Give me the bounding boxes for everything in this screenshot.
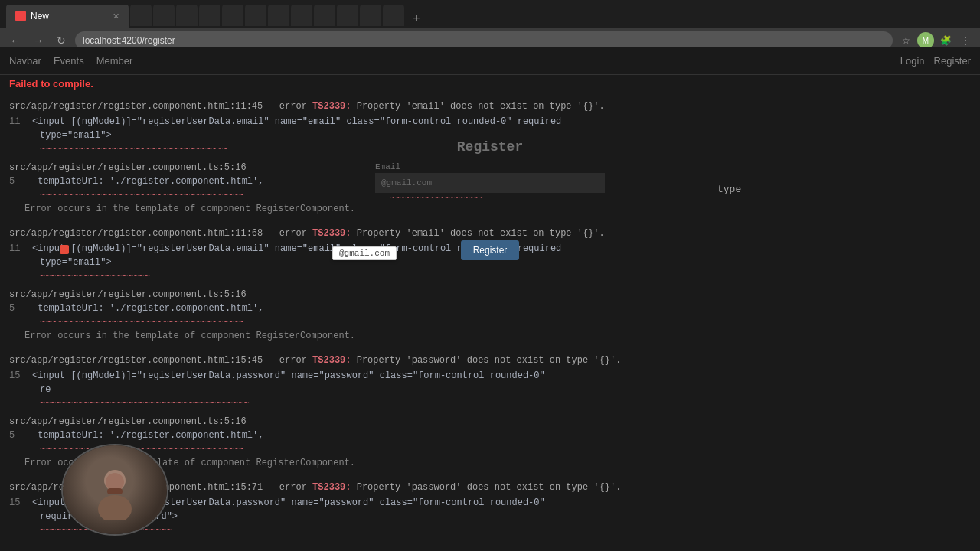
code-line-1: 11 <input [(ngModel)]="registerUserData.… [9, 115, 971, 129]
svg-point-1 [98, 495, 132, 520]
bookmark-icon[interactable]: ☆ [897, 32, 914, 49]
app-nav-right: Login Register [900, 55, 971, 67]
nav-link-member[interactable]: Member [96, 55, 133, 67]
main-content: Navbar Events Member Login Register Fail… [0, 47, 980, 551]
browser-chrome: New ✕ + ← → ↻ loca [0, 0, 980, 47]
error-banner-text: Failed to compile. [9, 78, 93, 90]
error-occurs-1: Error occurs in the template of componen… [9, 202, 971, 216]
app-navbar: Navbar Events Member Login Register [0, 47, 980, 75]
red-dot-marker [60, 245, 69, 254]
error-block-1: src/app/register/register.component.html… [9, 99, 971, 216]
tab-close-button[interactable]: ✕ [113, 11, 119, 21]
nav-icons-right: ☆ M 🧩 ⋮ [897, 32, 974, 49]
url-text: localhost:4200/register [83, 35, 175, 46]
webcam-feed [63, 445, 167, 534]
nav-link-register[interactable]: Register [934, 55, 971, 67]
profile-icon[interactable]: M [917, 32, 934, 49]
svg-rect-3 [107, 488, 122, 494]
error-banner: Failed to compile. [0, 75, 980, 93]
template-ref-1: src/app/register/register.component.ts:5… [9, 161, 971, 174]
error-block-3: src/app/register/register.component.html… [9, 354, 971, 470]
webcam-overlay [61, 444, 168, 536]
nav-link-login[interactable]: Login [900, 55, 925, 67]
template-code-1: 5 templateUrl: './register.component.htm… [9, 174, 971, 188]
new-tab-button[interactable]: + [407, 9, 426, 28]
type-keyword: type [717, 184, 741, 195]
app-nav-links: Navbar Events Member [9, 55, 132, 67]
nav-link-navbar[interactable]: Navbar [9, 55, 41, 67]
menu-icon[interactable]: ⋮ [957, 32, 974, 49]
active-tab[interactable]: New ✕ [6, 5, 129, 28]
tab-favicon [15, 11, 26, 21]
error-file-1: src/app/register/register.component.html… [9, 99, 971, 113]
template-squiggly-1: ~~~~~~~~~~~~~~~~~~~~~~~~~~~~~~~~~~~~~ [9, 188, 971, 202]
error-file-path-1: src/app/register/register.component.html… [9, 101, 263, 112]
tooltip-email-text: @gmail.com [339, 249, 390, 258]
register-button[interactable]: Register [461, 240, 520, 260]
nav-link-events[interactable]: Events [54, 55, 84, 67]
tab-bar: New ✕ + [0, 0, 980, 28]
extension-icon[interactable]: 🧩 [937, 32, 954, 49]
squiggly-2: ~~~~~~~~~~~~~~~~~~~~ [9, 269, 971, 283]
error-terminal[interactable]: src/app/register/register.component.html… [0, 93, 980, 551]
tab-label: New [31, 11, 49, 21]
error-file-2: src/app/register/register.component.html… [9, 227, 971, 240]
email-autocomplete-tooltip[interactable]: @gmail.com [332, 246, 397, 260]
squiggly-1: ~~~~~~~~~~~~~~~~~~~~~~~~~~~~~~~~~~ [9, 142, 971, 156]
code-continued-1: type="email"> [9, 129, 971, 142]
